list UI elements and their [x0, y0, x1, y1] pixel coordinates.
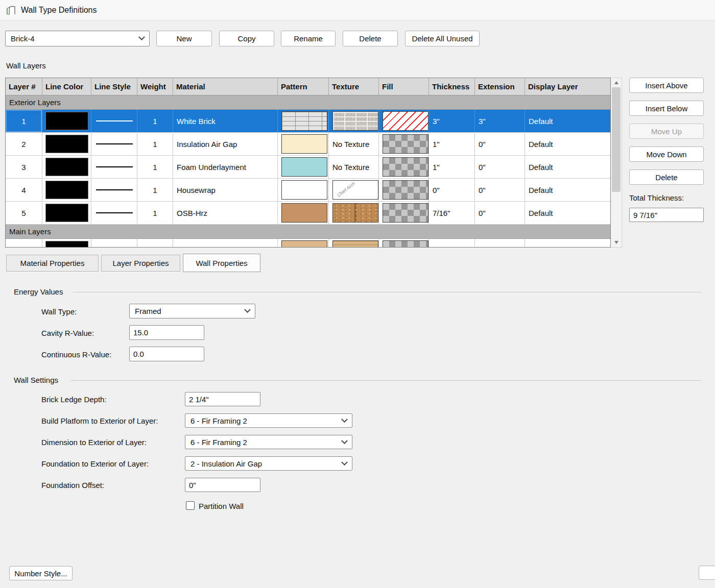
fill-cell[interactable] [379, 179, 429, 201]
line-color-cell[interactable] [42, 239, 91, 248]
weight-cell[interactable]: 1 [137, 156, 173, 178]
dimension-to-exterior-dropdown[interactable]: 6 - Fir Framing 2 [185, 435, 352, 449]
line-style-cell[interactable] [91, 110, 137, 132]
delete-button[interactable]: Delete [343, 31, 398, 46]
material-cell[interactable]: White Brick [173, 110, 278, 132]
texture-swatch[interactable] [332, 111, 378, 131]
number-style-button[interactable]: Number Style... [9, 566, 73, 580]
thickness-cell[interactable]: 3 1/2" [429, 239, 475, 248]
column-header-texture[interactable]: Texture [329, 78, 379, 95]
material-cell[interactable]: OSB-Hrz [173, 202, 278, 224]
layer-number-cell[interactable]: 2 [6, 133, 42, 155]
tab-layer-properties[interactable]: Layer Properties [101, 255, 180, 272]
line-color-swatch[interactable] [45, 204, 88, 222]
texture-cell[interactable] [329, 239, 379, 248]
scrollbar-thumb[interactable] [612, 87, 621, 192]
extension-cell[interactable]: 3" [475, 110, 525, 132]
layer-number-cell[interactable]: 5 [6, 202, 42, 224]
fill-swatch[interactable] [383, 180, 428, 200]
fill-swatch[interactable] [383, 134, 428, 154]
texture-cell[interactable]: No Texture [329, 133, 379, 155]
material-cell[interactable]: Housewrap [173, 179, 278, 201]
line-color-cell[interactable] [42, 133, 91, 155]
display-layer-cell[interactable]: Default [525, 202, 610, 224]
wall-layer-row-5[interactable]: 51OSB-Hrz7/16"0"Default [6, 202, 610, 225]
line-color-swatch[interactable] [45, 135, 88, 153]
insert-above-button[interactable]: Insert Above [629, 78, 704, 93]
line-color-cell[interactable] [42, 110, 91, 132]
delete-all-unused-button[interactable]: Delete All Unused [405, 31, 480, 46]
pattern-cell[interactable] [278, 179, 329, 201]
line-style-cell[interactable] [91, 156, 137, 178]
texture-cell[interactable]: No Texture [329, 156, 379, 178]
wall-type-dropdown[interactable]: Framed [129, 304, 255, 318]
weight-cell[interactable]: 1 [137, 239, 173, 248]
cavity-r-value-input[interactable] [129, 325, 204, 340]
insert-below-button[interactable]: Insert Below [629, 101, 704, 116]
fill-swatch[interactable] [383, 240, 428, 248]
column-header-fill[interactable]: Fill [379, 78, 429, 95]
texture-cell[interactable]: Chief Arch [329, 179, 379, 201]
brick-ledge-depth-input[interactable] [185, 392, 260, 406]
tab-wall-properties[interactable]: Wall Properties [183, 254, 260, 272]
thickness-cell[interactable]: 0" [429, 179, 475, 201]
pattern-cell[interactable] [278, 156, 329, 178]
fill-swatch[interactable] [383, 111, 428, 131]
thickness-cell[interactable]: 7/16" [429, 202, 475, 224]
new-button[interactable]: New [156, 31, 212, 46]
line-style-cell[interactable] [91, 133, 137, 155]
display-layer-cell[interactable]: Default [525, 133, 610, 155]
pattern-swatch[interactable] [281, 203, 327, 223]
build-platform-dropdown[interactable]: 6 - Fir Framing 2 [185, 413, 352, 428]
weight-cell[interactable]: 1 [137, 133, 173, 155]
continuous-r-value-input[interactable] [129, 347, 204, 361]
pattern-cell[interactable] [278, 133, 329, 155]
column-header-material[interactable]: Material [173, 78, 278, 95]
pattern-cell[interactable] [278, 110, 329, 132]
wall-layer-row-2[interactable]: 21Insulation Air GapNo Texture1"0"Defaul… [6, 133, 610, 156]
wall-layer-row-1[interactable]: 11White Brick3"3"Default [6, 110, 610, 133]
scroll-down-icon[interactable] [614, 241, 618, 244]
column-header-weight[interactable]: Weight [137, 78, 173, 95]
move-down-button[interactable]: Move Down [629, 146, 704, 162]
extension-cell[interactable]: 0" [475, 202, 525, 224]
fill-cell[interactable] [379, 202, 429, 224]
fill-cell[interactable] [379, 239, 429, 248]
weight-cell[interactable]: 1 [137, 202, 173, 224]
total-thickness-input[interactable] [629, 208, 704, 222]
line-style-cell[interactable] [91, 239, 137, 248]
weight-cell[interactable]: 1 [137, 179, 173, 201]
partition-wall-checkbox[interactable] [186, 501, 195, 510]
texture-swatch[interactable]: Chief Arch [332, 180, 378, 200]
display-layer-cell[interactable]: Default [525, 156, 610, 178]
fill-swatch[interactable] [383, 203, 428, 223]
wall-layer-row-3[interactable]: 31Foam UnderlaymentNo Texture1"0"Default [6, 156, 610, 179]
foundation-offset-input[interactable] [185, 478, 260, 492]
line-color-swatch[interactable] [45, 158, 88, 176]
layer-delete-button[interactable]: Delete [629, 169, 704, 185]
column-header-extension[interactable]: Extension [475, 78, 525, 95]
wall-layer-row-4[interactable]: 41HousewrapChief Arch0"0"Default [6, 179, 610, 202]
dialog-bottom-right-button[interactable] [699, 566, 715, 580]
layer-number-cell[interactable]: 4 [6, 179, 42, 201]
texture-cell[interactable] [329, 110, 379, 132]
pattern-swatch[interactable] [281, 240, 327, 248]
extension-cell[interactable]: 0" [475, 179, 525, 201]
pattern-swatch[interactable] [281, 180, 327, 200]
pattern-swatch[interactable] [281, 157, 327, 177]
pattern-swatch[interactable] [281, 111, 327, 131]
extension-cell[interactable]: 0" [475, 156, 525, 178]
thickness-cell[interactable]: 1" [429, 156, 475, 178]
line-color-swatch[interactable] [45, 241, 88, 248]
texture-cell[interactable] [329, 202, 379, 224]
extension-cell[interactable]: 0" [475, 239, 525, 248]
line-color-swatch[interactable] [45, 181, 88, 199]
rename-button[interactable]: Rename [281, 31, 336, 46]
texture-swatch[interactable] [332, 240, 378, 248]
foundation-to-exterior-dropdown[interactable]: 2 - Insulation Air Gap [185, 456, 352, 471]
line-style-cell[interactable] [91, 179, 137, 201]
pattern-cell[interactable] [278, 202, 329, 224]
fill-cell[interactable] [379, 133, 429, 155]
line-style-cell[interactable] [91, 202, 137, 224]
layer-number-cell[interactable]: 3 [6, 156, 42, 178]
